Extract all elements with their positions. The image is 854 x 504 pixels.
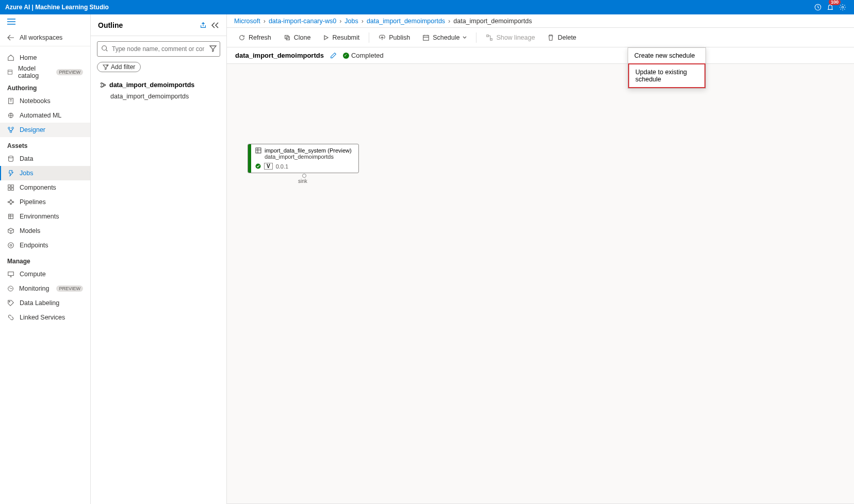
nav-compute[interactable]: Compute: [0, 267, 90, 281]
nav-jobs[interactable]: Jobs: [0, 166, 90, 180]
all-workspaces-link[interactable]: All workspaces: [0, 29, 90, 46]
svg-rect-30: [487, 35, 489, 37]
nav-notebooks[interactable]: Notebooks: [0, 94, 90, 108]
svg-point-19: [8, 243, 14, 248]
schedule-icon: [422, 34, 430, 41]
version-chip: V: [264, 163, 273, 170]
labeling-icon: [7, 299, 14, 307]
job-status: ✓ Completed: [343, 52, 384, 59]
svg-rect-12: [11, 188, 13, 190]
outline-root-node[interactable]: data_import_demoimportds: [100, 79, 220, 91]
share-icon[interactable]: [200, 22, 207, 29]
svg-point-8: [9, 156, 13, 158]
link-icon: [7, 314, 14, 321]
delete-icon: [547, 34, 554, 41]
nav-endpoints[interactable]: Endpoints: [0, 238, 90, 253]
pipelines-icon: [7, 198, 14, 206]
svg-point-1: [842, 6, 844, 8]
nav-data-labeling[interactable]: Data Labeling: [0, 296, 90, 310]
nav-environments[interactable]: Environments: [0, 209, 90, 224]
components-icon: [7, 184, 14, 191]
node-output-port[interactable]: [302, 174, 306, 178]
clone-button[interactable]: Clone: [278, 32, 316, 43]
pipeline-canvas[interactable]: import_data_file_system (Preview) data_i…: [227, 64, 854, 504]
svg-rect-20: [8, 272, 14, 276]
node-output-label: sink: [298, 178, 307, 184]
nav-pipelines[interactable]: Pipelines: [0, 195, 90, 209]
section-authoring: Authoring: [0, 79, 90, 94]
svg-point-25: [101, 86, 103, 88]
edit-title-button[interactable]: [330, 52, 337, 59]
svg-rect-17: [9, 214, 13, 219]
collapse-icon[interactable]: [211, 22, 219, 29]
add-filter-icon: [103, 64, 109, 70]
pipeline-node[interactable]: import_data_file_system (Preview) data_i…: [248, 144, 359, 173]
settings-icon[interactable]: [836, 1, 849, 13]
preview-badge: PREVIEW: [56, 69, 83, 75]
svg-point-33: [255, 163, 260, 169]
add-filter-button[interactable]: Add filter: [97, 62, 141, 72]
create-schedule-item[interactable]: Create new schedule: [628, 48, 705, 63]
nav-monitoring[interactable]: Monitoring PREVIEW: [0, 281, 90, 296]
svg-rect-11: [8, 188, 10, 190]
svg-point-23: [102, 46, 107, 51]
crumb-jobs[interactable]: Jobs: [344, 18, 358, 25]
update-schedule-item[interactable]: Update to existing schedule: [628, 63, 705, 88]
designer-icon: [7, 126, 14, 133]
app-title: Azure AI | Machine Learning Studio: [5, 4, 109, 11]
svg-point-7: [10, 131, 12, 133]
section-manage: Manage: [0, 253, 90, 267]
nav-automl[interactable]: Automated ML: [0, 108, 90, 123]
crumb-microsoft[interactable]: Microsoft: [234, 18, 260, 25]
outline-title: Outline: [98, 21, 123, 29]
models-icon: [7, 227, 14, 234]
nav-models[interactable]: Models: [0, 224, 90, 238]
outline-child-node[interactable]: data_import_demoimportds: [100, 91, 220, 102]
chevron-down-icon: [463, 36, 467, 40]
show-lineage-button: Show lineage: [481, 32, 540, 43]
automl-icon: [7, 112, 14, 119]
outline-search-input[interactable]: [97, 41, 220, 57]
nav-designer[interactable]: Designer: [0, 123, 90, 137]
delete-button[interactable]: Delete: [542, 32, 581, 43]
hamburger-icon[interactable]: [0, 14, 90, 29]
back-arrow-icon: [7, 35, 14, 41]
clone-icon: [284, 34, 291, 41]
schedule-button[interactable]: Schedule: [417, 32, 472, 43]
check-icon: [255, 163, 261, 169]
node-subtitle: data_import_demoimportds: [255, 154, 354, 160]
crumb-workspace[interactable]: data-import-canary-ws0: [269, 18, 336, 25]
crumb-pipeline[interactable]: data_import_demoimportds: [367, 18, 445, 25]
crumb-current: data_import_demoimportds: [453, 18, 532, 25]
svg-rect-29: [423, 35, 429, 40]
nav-model-catalog[interactable]: Model catalog PREVIEW: [0, 65, 90, 79]
svg-point-22: [9, 301, 10, 303]
svg-rect-2: [8, 70, 12, 74]
outline-panel: Outline Add filter d: [91, 14, 227, 504]
notifications-icon[interactable]: 100: [824, 1, 836, 13]
toolbar: Refresh Clone Resubmit Publish Schedule: [227, 28, 854, 47]
nav-data[interactable]: Data: [0, 152, 90, 166]
publish-button[interactable]: Publish: [373, 32, 415, 43]
nav-home[interactable]: Home: [0, 51, 90, 65]
data-icon: [7, 155, 14, 162]
play-icon: [323, 35, 329, 41]
svg-rect-32: [256, 148, 261, 153]
schedule-dropdown: Create new schedule Update to existing s…: [628, 47, 706, 89]
branch-icon: [100, 82, 106, 88]
filter-icon[interactable]: [209, 44, 217, 53]
svg-point-24: [101, 83, 103, 85]
breadcrumb: Microsoft› data-import-canary-ws0› Jobs›…: [227, 14, 854, 28]
clock-icon[interactable]: [812, 1, 824, 13]
endpoints-icon: [7, 242, 14, 249]
lineage-icon: [486, 34, 493, 41]
svg-rect-10: [11, 185, 13, 187]
svg-point-13: [8, 201, 9, 203]
refresh-button[interactable]: Refresh: [233, 32, 276, 43]
nav-linked-services[interactable]: Linked Services: [0, 310, 90, 325]
monitoring-icon: [7, 285, 14, 292]
nav-components[interactable]: Components: [0, 180, 90, 195]
resubmit-button[interactable]: Resubmit: [318, 32, 365, 43]
svg-point-6: [12, 127, 14, 129]
all-workspaces-label: All workspaces: [20, 34, 62, 41]
